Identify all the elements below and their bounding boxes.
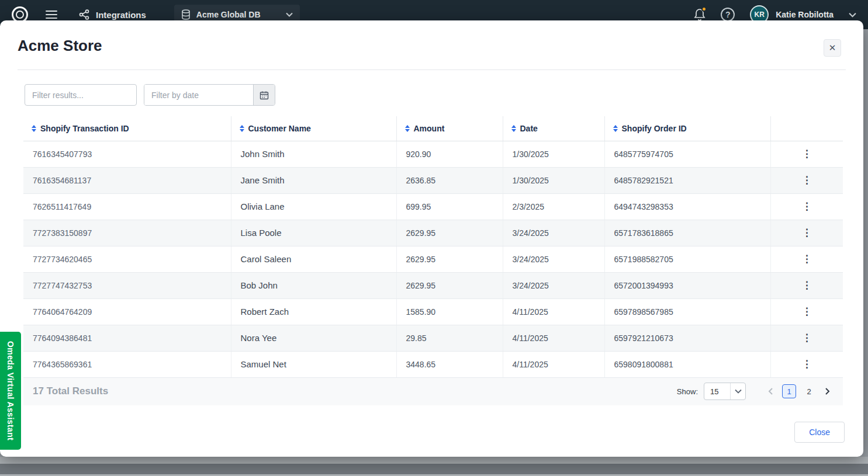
page-size-value: 15 <box>710 387 718 396</box>
user-name[interactable]: Katie Robilotta <box>776 10 834 19</box>
transaction-id-cell: 7616345407793 <box>23 141 231 167</box>
row-actions-kebab-icon[interactable]: ⋮ <box>797 304 817 319</box>
table-row[interactable]: 7727747432753 Bob John 2629.95 3/24/2025… <box>23 272 843 298</box>
table-row[interactable]: 7764064764209 Robert Zach 1585.90 4/11/2… <box>23 298 843 325</box>
row-actions-kebab-icon[interactable]: ⋮ <box>797 199 817 214</box>
table-footer: 17 Total Results Show: 15 1 2 <box>23 378 843 405</box>
order-id-cell: 6571988582705 <box>604 246 770 272</box>
customer-name-cell: Olivia Lane <box>231 193 396 220</box>
acme-store-modal: Acme Store ✕ <box>0 20 863 457</box>
row-actions-kebab-icon[interactable]: ⋮ <box>797 357 817 371</box>
total-results: 17 Total Results <box>33 385 108 397</box>
page-button-2[interactable]: 2 <box>802 384 816 398</box>
column-header-customer-name[interactable]: Customer Name <box>231 116 396 141</box>
help-icon[interactable]: ? <box>721 8 735 22</box>
filter-results-input[interactable] <box>25 84 137 106</box>
date-cell: 3/24/2025 <box>503 220 604 246</box>
notification-badge <box>701 6 707 12</box>
column-header-date[interactable]: Date <box>503 116 604 141</box>
sort-icon <box>32 125 36 132</box>
row-actions-kebab-icon[interactable]: ⋮ <box>797 225 817 240</box>
row-actions-kebab-icon[interactable]: ⋮ <box>797 278 817 293</box>
transaction-id-cell: 7626511417649 <box>23 193 231 220</box>
filter-date-group <box>144 84 275 106</box>
column-header-amount[interactable]: Amount <box>396 116 503 141</box>
date-cell: 3/24/2025 <box>503 272 604 298</box>
next-page-button[interactable] <box>822 386 832 397</box>
order-id-cell: 6598091800881 <box>604 351 770 377</box>
virtual-assistant-tab[interactable]: Omeda Virtual Assistant <box>0 332 21 450</box>
page-button-1[interactable]: 1 <box>782 384 796 398</box>
customer-name-cell: Bob John <box>231 272 396 298</box>
integrations-label: Integrations <box>96 10 146 20</box>
actions-cell: ⋮ <box>770 298 843 325</box>
notifications-bell-icon[interactable] <box>694 8 706 21</box>
menu-icon[interactable] <box>46 11 57 19</box>
chevron-down-icon <box>286 12 293 17</box>
calendar-icon <box>260 91 269 100</box>
table-row[interactable]: 7764365869361 Samuel Net 3448.65 4/11/20… <box>23 351 843 377</box>
show-label: Show: <box>677 387 698 396</box>
page-size-select[interactable]: 15 <box>704 383 746 400</box>
database-selector-label: Acme Global DB <box>196 10 261 19</box>
date-cell: 2/3/2025 <box>503 193 604 220</box>
sort-icon <box>405 125 410 132</box>
sort-icon <box>240 125 244 132</box>
customer-name-cell: Samuel Net <box>231 351 396 377</box>
chevron-right-icon <box>823 387 831 395</box>
previous-page-button[interactable] <box>766 386 776 397</box>
filter-date-input[interactable] <box>144 85 253 105</box>
date-cell: 4/11/2025 <box>503 325 604 351</box>
amount-cell: 920.90 <box>396 141 503 167</box>
chevron-left-icon <box>767 387 775 395</box>
actions-cell: ⋮ <box>770 272 843 298</box>
column-header-shopify-transaction-id[interactable]: Shopify Transaction ID <box>23 116 231 141</box>
actions-cell: ⋮ <box>770 141 843 167</box>
order-id-cell: 6494743298353 <box>604 193 770 220</box>
column-header-shopify-order-id[interactable]: Shopify Order ID <box>604 116 770 141</box>
order-id-cell: 6597921210673 <box>604 325 770 351</box>
order-id-cell: 6571783618865 <box>604 220 770 246</box>
table-body: 7616345407793 John Smith 920.90 1/30/202… <box>23 141 843 377</box>
column-header-actions <box>770 116 843 141</box>
close-button[interactable]: Close <box>794 422 845 443</box>
order-id-cell: 6572001394993 <box>604 272 770 298</box>
table-row[interactable]: 7616354681137 Jane Smith 2636.85 1/30/20… <box>23 167 843 193</box>
calendar-button[interactable] <box>253 85 275 105</box>
date-cell: 3/24/2025 <box>503 246 604 272</box>
transaction-id-cell: 7727383150897 <box>23 220 231 246</box>
order-id-cell: 6485775974705 <box>604 141 770 167</box>
transaction-id-cell: 7616354681137 <box>23 167 231 193</box>
sort-icon <box>511 125 516 132</box>
amount-cell: 699.95 <box>396 193 503 220</box>
transactions-table: Shopify Transaction ID Customer Name Amo… <box>23 116 843 378</box>
table-row[interactable]: 7764094386481 Nora Yee 29.85 4/11/2025 6… <box>23 325 843 351</box>
chevron-down-icon[interactable] <box>849 12 856 18</box>
actions-cell: ⋮ <box>770 193 843 220</box>
transaction-id-cell: 7764365869361 <box>23 351 231 377</box>
row-actions-kebab-icon[interactable]: ⋮ <box>797 173 817 187</box>
actions-cell: ⋮ <box>770 220 843 246</box>
date-cell: 4/11/2025 <box>503 298 604 325</box>
table-row[interactable]: 7616345407793 John Smith 920.90 1/30/202… <box>23 141 843 167</box>
table-row[interactable]: 7727734620465 Carol Saleen 2629.95 3/24/… <box>23 246 843 272</box>
amount-cell: 2629.95 <box>396 246 503 272</box>
close-icon[interactable]: ✕ <box>824 39 841 57</box>
table-row[interactable]: 7727383150897 Lisa Poole 2629.95 3/24/20… <box>23 220 843 246</box>
customer-name-cell: Nora Yee <box>231 325 396 351</box>
customer-name-cell: Carol Saleen <box>231 246 396 272</box>
horizontal-scrollbar[interactable] <box>0 464 868 474</box>
amount-cell: 29.85 <box>396 325 503 351</box>
nav-integrations[interactable]: Integrations <box>78 9 146 20</box>
customer-name-cell: Lisa Poole <box>231 220 396 246</box>
row-actions-kebab-icon[interactable]: ⋮ <box>797 331 817 345</box>
pagination: 1 2 <box>766 384 832 398</box>
actions-cell: ⋮ <box>770 325 843 351</box>
amount-cell: 2629.95 <box>396 220 503 246</box>
transaction-id-cell: 7727747432753 <box>23 272 231 298</box>
amount-cell: 3448.65 <box>396 351 503 377</box>
table-row[interactable]: 7626511417649 Olivia Lane 699.95 2/3/202… <box>23 193 843 220</box>
modal-title: Acme Store <box>18 36 102 55</box>
row-actions-kebab-icon[interactable]: ⋮ <box>797 147 817 161</box>
row-actions-kebab-icon[interactable]: ⋮ <box>797 252 817 266</box>
